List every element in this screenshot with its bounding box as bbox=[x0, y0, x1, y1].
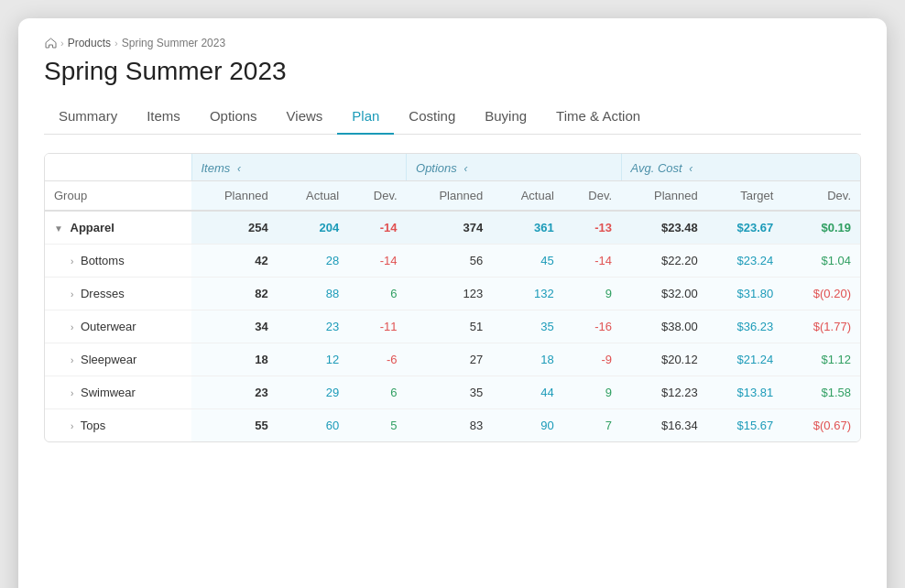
avgcost-cell: $(0.67) bbox=[782, 409, 860, 442]
table-row: › Bottoms4228-145645-14$22.20$23.24$1.04 bbox=[45, 245, 860, 278]
options-group-header[interactable]: Options ‹ bbox=[407, 154, 622, 181]
expand-icon[interactable]: › bbox=[71, 355, 73, 365]
items-cell: 60 bbox=[278, 409, 349, 442]
options-cell: 27 bbox=[407, 343, 493, 376]
th-group: Group bbox=[45, 181, 191, 212]
home-icon[interactable] bbox=[44, 37, 57, 49]
options-cell: 9 bbox=[563, 376, 621, 409]
options-cell: 45 bbox=[492, 245, 563, 278]
options-cell: 56 bbox=[407, 245, 493, 278]
options-cell: 123 bbox=[407, 278, 493, 310]
tab-plan[interactable]: Plan bbox=[337, 101, 394, 135]
tab-summary[interactable]: Summary bbox=[44, 101, 132, 135]
options-cell: -9 bbox=[563, 343, 621, 376]
group-label-cell[interactable]: › Outerwear bbox=[45, 310, 191, 343]
avgcost-cell: $20.12 bbox=[621, 343, 707, 376]
tabs-nav: Summary Items Options Views Plan Costing… bbox=[44, 101, 861, 135]
items-cell: 204 bbox=[278, 211, 349, 245]
group-label-cell[interactable]: › Sleepwear bbox=[45, 343, 191, 376]
avgcost-group-header[interactable]: Avg. Cost ‹ bbox=[621, 154, 860, 181]
items-group-header[interactable]: Items ‹ bbox=[191, 154, 407, 181]
breadcrumb-current: Spring Summer 2023 bbox=[122, 37, 225, 49]
options-cell: 132 bbox=[492, 278, 563, 310]
items-cell: 12 bbox=[278, 343, 349, 376]
table-row: › Tops5560583907$16.34$15.67$(0.67) bbox=[45, 409, 860, 442]
sub-header-row: Group Planned Actual Dev. Planned Actual… bbox=[45, 181, 860, 212]
items-cell: 6 bbox=[348, 278, 406, 310]
expand-icon[interactable]: › bbox=[71, 256, 73, 267]
items-cell: -11 bbox=[348, 310, 406, 343]
plan-table: Items ‹ Options ‹ Avg. Cost ‹ Group Pl bbox=[45, 154, 860, 441]
avgcost-cell: $15.67 bbox=[707, 409, 783, 442]
avgcost-cell: $0.19 bbox=[782, 211, 860, 245]
items-cell: -6 bbox=[348, 343, 406, 376]
options-cell: 44 bbox=[492, 376, 563, 409]
options-cell: 83 bbox=[407, 409, 493, 442]
group-label-cell[interactable]: › Swimwear bbox=[45, 376, 191, 409]
expand-icon[interactable]: › bbox=[71, 289, 73, 299]
breadcrumb: › Products › Spring Summer 2023 bbox=[44, 37, 861, 49]
collapse-icon[interactable]: ▼ bbox=[54, 223, 63, 234]
tab-options[interactable]: Options bbox=[195, 101, 272, 135]
tab-timeaction[interactable]: Time & Action bbox=[541, 101, 655, 135]
col-group-header-row: Items ‹ Options ‹ Avg. Cost ‹ bbox=[45, 154, 860, 181]
items-cell: 23 bbox=[191, 376, 278, 409]
group-col-header-empty bbox=[45, 154, 191, 181]
th-avgcost-target: Target bbox=[707, 181, 783, 212]
group-label-cell[interactable]: ▼ Apparel bbox=[45, 211, 191, 245]
tab-buying[interactable]: Buying bbox=[470, 101, 541, 135]
avgcost-cell: $(1.77) bbox=[782, 310, 860, 343]
avgcost-cell: $32.00 bbox=[621, 278, 707, 310]
table-row: › Sleepwear1812-62718-9$20.12$21.24$1.12 bbox=[45, 343, 860, 376]
group-label-cell[interactable]: › Tops bbox=[45, 409, 191, 442]
th-items-actual: Actual bbox=[278, 181, 349, 212]
breadcrumb-sep-1: › bbox=[60, 38, 64, 49]
items-cell: 29 bbox=[278, 376, 349, 409]
tab-costing[interactable]: Costing bbox=[394, 101, 470, 135]
items-cell: 82 bbox=[191, 278, 278, 310]
expand-icon[interactable]: › bbox=[71, 388, 73, 398]
avgcost-cell: $1.12 bbox=[782, 343, 860, 376]
avgcost-cell: $16.34 bbox=[621, 409, 707, 442]
avgcost-cell: $1.04 bbox=[782, 245, 860, 278]
group-label-cell[interactable]: › Dresses bbox=[45, 278, 191, 310]
table-row: › Dresses828861231329$32.00$31.80$(0.20) bbox=[45, 278, 860, 310]
group-label-cell[interactable]: › Bottoms bbox=[45, 245, 191, 278]
th-options-planned: Planned bbox=[407, 181, 493, 212]
items-cell: 88 bbox=[278, 278, 349, 310]
th-options-dev: Dev. bbox=[563, 181, 621, 212]
th-avgcost-dev: Dev. bbox=[782, 181, 860, 212]
avgcost-cell: $38.00 bbox=[621, 310, 707, 343]
items-cell: 42 bbox=[191, 245, 278, 278]
avgcost-cell: $23.24 bbox=[707, 245, 783, 278]
data-table-container: Items ‹ Options ‹ Avg. Cost ‹ Group Pl bbox=[44, 153, 861, 442]
breadcrumb-sep-2: › bbox=[114, 38, 118, 49]
items-cell: 28 bbox=[278, 245, 349, 278]
expand-icon[interactable]: › bbox=[71, 421, 73, 431]
options-cell: -16 bbox=[563, 310, 621, 343]
avgcost-cell: $12.23 bbox=[621, 376, 707, 409]
page-title: Spring Summer 2023 bbox=[44, 57, 861, 86]
avgcost-cell: $23.67 bbox=[707, 211, 783, 245]
options-cell: 374 bbox=[407, 211, 493, 245]
expand-icon[interactable]: › bbox=[71, 322, 73, 332]
items-cell: 18 bbox=[191, 343, 278, 376]
tab-views[interactable]: Views bbox=[272, 101, 338, 135]
th-avgcost-planned: Planned bbox=[621, 181, 707, 212]
avgcost-cell: $13.81 bbox=[707, 376, 783, 409]
avgcost-cell: $31.80 bbox=[707, 278, 783, 310]
items-cell: 23 bbox=[278, 310, 349, 343]
th-items-dev: Dev. bbox=[348, 181, 406, 212]
options-cell: 9 bbox=[563, 278, 621, 310]
items-cell: 34 bbox=[191, 310, 278, 343]
table-row: › Swimwear2329635449$12.23$13.81$1.58 bbox=[45, 376, 860, 409]
avgcost-cell: $36.23 bbox=[707, 310, 783, 343]
items-cell: 55 bbox=[191, 409, 278, 442]
tab-items[interactable]: Items bbox=[132, 101, 195, 135]
options-cell: 90 bbox=[492, 409, 563, 442]
avgcost-cell: $23.48 bbox=[621, 211, 707, 245]
options-cell: -14 bbox=[563, 245, 621, 278]
breadcrumb-products[interactable]: Products bbox=[68, 37, 111, 49]
items-cell: 254 bbox=[191, 211, 278, 245]
avgcost-cell: $21.24 bbox=[707, 343, 783, 376]
